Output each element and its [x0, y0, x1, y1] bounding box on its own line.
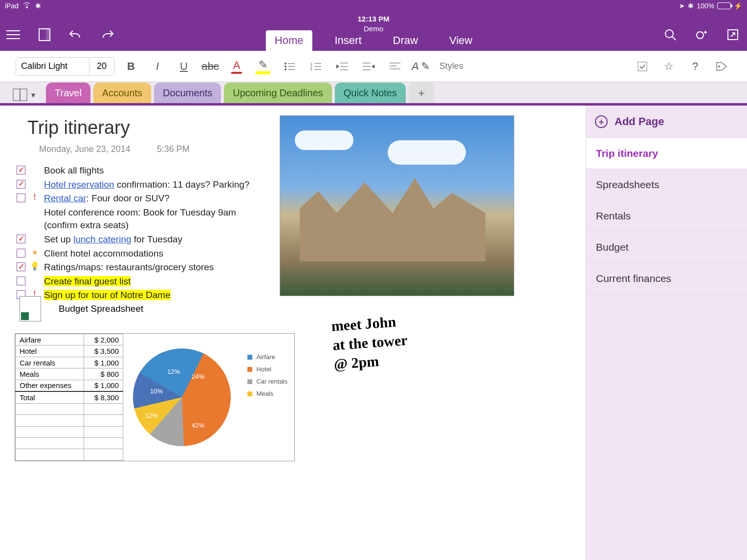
outdent-button[interactable]: [332, 57, 352, 76]
star-tag-button[interactable]: ☆: [659, 57, 679, 76]
indent-button[interactable]: [359, 57, 378, 76]
clock: 12:13 PM: [357, 15, 389, 23]
page-item[interactable]: Spreadsheets: [586, 169, 747, 200]
tab-view[interactable]: View: [440, 30, 481, 51]
tab-insert[interactable]: Insert: [326, 30, 371, 51]
strike-button[interactable]: abc: [200, 57, 220, 76]
checkbox[interactable]: [17, 166, 25, 174]
page-item[interactable]: Budget: [586, 232, 747, 263]
status-bar: iPad ✱ ➤ ✱ 100% ⚡: [0, 0, 747, 12]
redo-icon[interactable]: [99, 26, 115, 43]
important-tag-icon: !: [30, 192, 39, 203]
checkbox[interactable]: [17, 249, 25, 258]
task-row[interactable]: ★Client hotel accommodations: [17, 247, 271, 260]
tab-draw[interactable]: Draw: [384, 30, 427, 51]
page-item[interactable]: Trip itinerary: [586, 138, 747, 169]
excel-icon: [20, 296, 41, 322]
budget-pie-chart: 24%42%12%10%12% AirfareHotelCar rentalsM…: [123, 334, 294, 461]
page-item[interactable]: Rentals: [586, 200, 747, 232]
svg-point-2: [665, 30, 673, 38]
numbering-button[interactable]: 123: [306, 57, 326, 76]
add-page-button[interactable]: ＋ Add Page: [586, 106, 747, 138]
task-text[interactable]: Set up lunch catering for Tuesday: [44, 233, 271, 246]
section-tab-travel[interactable]: Travel: [46, 83, 90, 103]
undo-icon[interactable]: [67, 26, 84, 43]
attachment[interactable]: Budget Spreadsheet: [20, 296, 143, 322]
pie-slice-label: 24%: [192, 373, 204, 380]
budget-embed[interactable]: Airfare$ 2,000Hotel$ 3,500Car rentals$ 1…: [15, 333, 295, 461]
pie-slice-label: 10%: [150, 388, 163, 395]
battery-icon: [717, 2, 731, 9]
bold-button[interactable]: B: [121, 57, 141, 76]
checkbox[interactable]: [17, 262, 25, 271]
bullets-button[interactable]: [280, 57, 299, 76]
font-color-button[interactable]: A: [227, 57, 246, 76]
task-row[interactable]: 💡Ratings/maps: restaurants/grocery store…: [17, 261, 271, 274]
font-name-input[interactable]: [16, 58, 89, 75]
svg-point-5: [285, 63, 286, 65]
align-button[interactable]: [385, 57, 405, 76]
task-text[interactable]: Rental car: Four door or SUV?: [44, 192, 271, 205]
underline-button[interactable]: U: [174, 57, 194, 76]
budget-table: Airfare$ 2,000Hotel$ 3,500Car rentals$ 1…: [15, 334, 123, 461]
styles-button[interactable]: A✎: [412, 57, 430, 76]
section-tab-documents[interactable]: Documents: [154, 83, 221, 103]
page-time: 5:36 PM: [157, 144, 190, 154]
tab-home[interactable]: Home: [266, 30, 312, 51]
pages-panel: ＋ Add Page Trip itinerarySpreadsheetsRen…: [586, 106, 747, 560]
location-icon: ➤: [679, 2, 685, 10]
section-tab-deadlines[interactable]: Upcoming Deadlines: [224, 83, 332, 103]
task-text[interactable]: Hotel conference room: Book for Tuesday …: [44, 206, 271, 232]
svg-rect-11: [638, 62, 647, 71]
battery-label: 100%: [697, 2, 714, 10]
attachment-label: Budget Spreadsheet: [59, 303, 143, 314]
checkbox[interactable]: [17, 277, 25, 285]
section-tab-quick[interactable]: Quick Notes: [335, 83, 406, 103]
task-text[interactable]: Hotel reservation confirmation: 11 days?…: [44, 178, 271, 192]
share-icon[interactable]: [693, 26, 710, 43]
section-add-button[interactable]: ＋: [409, 83, 434, 103]
task-row[interactable]: Set up lunch catering for Tuesday: [17, 233, 271, 246]
note-image[interactable]: [280, 115, 514, 296]
task-text[interactable]: Create final guest list: [44, 275, 271, 288]
charging-icon: ⚡: [734, 2, 742, 10]
task-text[interactable]: Book all flights: [44, 164, 271, 177]
search-icon[interactable]: [662, 26, 679, 43]
task-row[interactable]: Hotel conference room: Book for Tuesday …: [17, 206, 271, 232]
italic-button[interactable]: I: [148, 57, 167, 76]
svg-text:3: 3: [310, 68, 312, 71]
pie-slice-label: 42%: [192, 422, 204, 429]
task-row[interactable]: Book all flights: [17, 164, 271, 177]
task-row[interactable]: Hotel reservation confirmation: 11 days?…: [17, 178, 271, 192]
checkbox[interactable]: [17, 180, 25, 189]
pie-slice-label: 12%: [145, 412, 158, 419]
question-tag-button[interactable]: ?: [685, 57, 705, 76]
legend-item: Hotel: [247, 366, 287, 373]
plus-icon: ＋: [595, 115, 608, 128]
todo-tag-button[interactable]: [633, 57, 652, 76]
tags-button[interactable]: [712, 57, 731, 76]
svg-point-7: [285, 68, 286, 70]
fullpage-icon[interactable]: [36, 26, 53, 43]
task-list[interactable]: Book all flightsHotel reservation confir…: [17, 164, 271, 303]
fullscreen-icon[interactable]: [725, 26, 741, 43]
task-text[interactable]: Ratings/maps: restaurants/grocery stores: [44, 261, 271, 274]
sync-icon: ✱: [35, 2, 41, 10]
task-row[interactable]: Create final guest list: [17, 275, 271, 288]
font-selector[interactable]: [16, 57, 114, 76]
menu-icon[interactable]: [5, 26, 22, 43]
page-item[interactable]: Current finances: [586, 263, 747, 294]
note-canvas[interactable]: Trip itinerary Monday, June 23, 2014 5:3…: [0, 106, 586, 560]
section-tab-accounts[interactable]: Accounts: [93, 83, 151, 103]
notebook-picker[interactable]: ▾: [13, 88, 35, 101]
highlight-button[interactable]: ✎: [253, 57, 273, 76]
task-text[interactable]: Client hotel accommodations: [44, 247, 271, 260]
task-row[interactable]: !Rental car: Four door or SUV?: [17, 192, 271, 205]
checkbox[interactable]: [17, 235, 25, 243]
checkbox[interactable]: [17, 194, 25, 202]
handwriting-note[interactable]: meet John at the tower @ 2pm: [330, 305, 495, 374]
svg-point-3: [697, 32, 703, 39]
font-size-input[interactable]: [89, 58, 114, 75]
svg-rect-13: [13, 89, 20, 101]
page-title[interactable]: Trip itinerary: [27, 117, 190, 138]
